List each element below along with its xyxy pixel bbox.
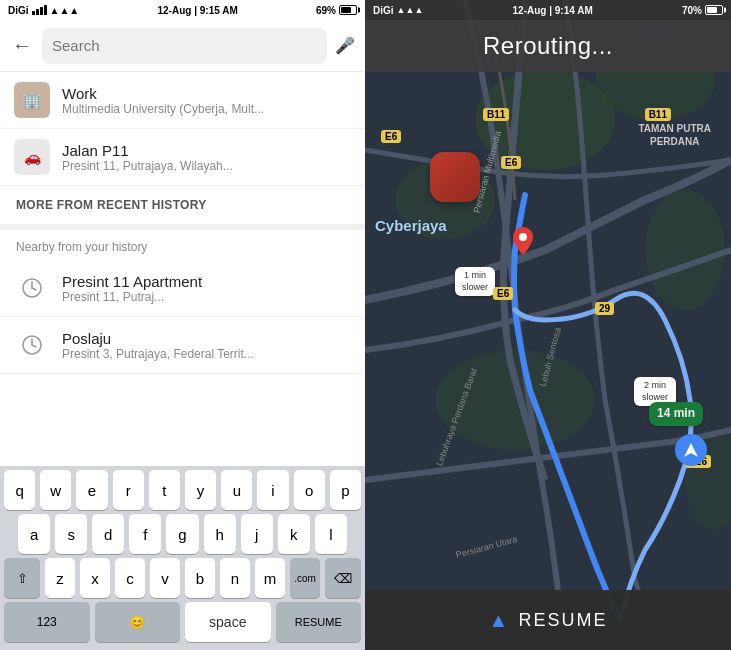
keyboard-row-3: ⇧ z x c v b n m .com ⌫ [0, 554, 365, 598]
key-q[interactable]: q [4, 470, 35, 510]
bubble-2min-text: 2 minslower [642, 380, 668, 402]
left-battery-group: 69% [316, 5, 357, 16]
nav-arrow-button[interactable] [675, 434, 707, 466]
badge-e6-topleft: E6 [381, 130, 401, 143]
key-a[interactable]: a [18, 514, 50, 554]
work-item-text: Work Multimedia University (Cyberja, Mul… [62, 85, 351, 116]
signal-bar-3 [40, 7, 43, 15]
clock-icon-2 [14, 327, 50, 363]
persiaran-utara-label: Persiaran Utara [455, 534, 518, 560]
resume-text: RESUME [518, 610, 607, 631]
nearby-presint11-text: Presint 11 Apartment Presint 11, Putraj.… [62, 273, 351, 304]
key-c[interactable]: c [115, 558, 145, 598]
key-numbers[interactable]: 123 [4, 602, 90, 642]
resume-arrow-icon: ▲ [489, 609, 509, 632]
mic-icon[interactable]: 🎤 [335, 36, 355, 55]
battery-fill-right [707, 7, 717, 13]
key-r[interactable]: r [113, 470, 144, 510]
key-l[interactable]: l [315, 514, 347, 554]
search-input[interactable] [52, 37, 317, 54]
key-i[interactable]: i [257, 470, 288, 510]
map-area: TAMAN PUTRAPERDANA Cyberjaya E6 B11 E6 B… [365, 72, 731, 560]
keyboard-row-1: q w e r t y u i o p [0, 466, 365, 510]
badge-e6-route: E6 [493, 287, 513, 300]
more-history-button[interactable]: MORE FROM RECENT HISTORY [0, 186, 365, 230]
keyboard: q w e r t y u i o p a s d f g h j k l ⇧ … [0, 466, 365, 650]
key-search[interactable]: RESUME [276, 602, 362, 642]
key-emoji[interactable]: 😊 [95, 602, 181, 642]
back-button[interactable]: ← [10, 34, 34, 57]
right-status-left: DiGi ▲▲▲ [373, 5, 423, 16]
battery-pct-left: 69% [316, 5, 336, 16]
key-w[interactable]: w [40, 470, 71, 510]
nearby-presint11-title: Presint 11 Apartment [62, 273, 351, 290]
lebuhraya-label: Lebuhraya Perdana Barat [434, 367, 479, 467]
jalanp11-title: Jalan P11 [62, 142, 351, 159]
taman-putra-label: TAMAN PUTRAPERDANA [638, 122, 711, 148]
app-icon-overlay [430, 152, 480, 202]
key-shift[interactable]: ⇧ [4, 558, 40, 598]
battery-nub-right [724, 8, 726, 13]
right-carrier: DiGi [373, 5, 394, 16]
key-b[interactable]: b [185, 558, 215, 598]
key-h[interactable]: h [204, 514, 236, 554]
key-delete[interactable]: ⌫ [325, 558, 361, 598]
search-bar: ← 🎤 [0, 20, 365, 72]
key-x[interactable]: x [80, 558, 110, 598]
key-g[interactable]: g [166, 514, 198, 554]
lebuh-sentosa-label: Lebuh Sentosa [538, 326, 563, 387]
key-o[interactable]: o [294, 470, 325, 510]
clock-svg-2 [21, 334, 43, 356]
info-bubble-1min: 1 minslower [455, 267, 495, 296]
key-m[interactable]: m [255, 558, 285, 598]
key-space[interactable]: space [185, 602, 271, 642]
key-s[interactable]: s [55, 514, 87, 554]
key-k[interactable]: k [278, 514, 310, 554]
key-n[interactable]: n [220, 558, 250, 598]
signal-bar-1 [32, 11, 35, 15]
nearby-poslaju-title: Poslaju [62, 330, 351, 347]
nearby-item-presint11[interactable]: Presint 11 Apartment Presint 11, Putraj.… [0, 260, 365, 317]
eta-text: 14 min [657, 406, 695, 420]
work-icon: 🏢 [22, 91, 42, 110]
key-u[interactable]: u [221, 470, 252, 510]
key-com[interactable]: .com [290, 558, 320, 598]
nearby-poslaju-subtitle: Presint 3, Putrajaya, Federal Territ... [62, 347, 351, 361]
signal-bar-2 [36, 9, 39, 15]
work-title: Work [62, 85, 351, 102]
nearby-header: Nearby from your history [0, 230, 365, 260]
key-j[interactable]: j [241, 514, 273, 554]
destination-pin [513, 227, 533, 259]
key-t[interactable]: t [149, 470, 180, 510]
resume-bar[interactable]: ▲ RESUME [365, 590, 731, 650]
svg-line-5 [32, 345, 36, 347]
key-y[interactable]: y [185, 470, 216, 510]
right-battery-group: 70% [682, 5, 723, 16]
battery-icon-right [705, 5, 723, 15]
recent-item-work[interactable]: 🏢 Work Multimedia University (Cyberja, M… [0, 72, 365, 129]
key-e[interactable]: e [76, 470, 107, 510]
nearby-presint11-subtitle: Presint 11, Putraj... [62, 290, 351, 304]
time-left: 12-Aug | 9:15 AM [158, 5, 238, 16]
more-history-label: MORE FROM RECENT HISTORY [16, 198, 207, 212]
left-panel: DiGi ▲▲▲ 12-Aug | 9:15 AM 69% ← 🎤 [0, 0, 365, 650]
right-time: 12-Aug | 9:14 AM [513, 5, 593, 16]
right-signal: ▲▲▲ [397, 5, 424, 15]
nearby-item-poslaju[interactable]: Poslaju Presint 3, Putrajaya, Federal Te… [0, 317, 365, 374]
key-d[interactable]: d [92, 514, 124, 554]
pin-svg [513, 227, 533, 255]
battery-fill-left [341, 7, 351, 13]
key-p[interactable]: p [330, 470, 361, 510]
key-f[interactable]: f [129, 514, 161, 554]
status-bar-right: DiGi ▲▲▲ 12-Aug | 9:14 AM 70% [365, 0, 731, 20]
battery-icon-left [339, 5, 357, 15]
svg-line-2 [32, 288, 36, 290]
rerouting-text: Rerouting... [483, 32, 613, 60]
key-z[interactable]: z [45, 558, 75, 598]
badge-e6-center: E6 [501, 156, 521, 169]
recent-item-jalanp11[interactable]: 🚗 Jalan P11 Presint 11, Putrajaya, Wilay… [0, 129, 365, 186]
right-panel: DiGi ▲▲▲ 12-Aug | 9:14 AM 70% Rerouting.… [365, 0, 731, 650]
key-v[interactable]: v [150, 558, 180, 598]
keyboard-row-bottom: 123 😊 space RESUME [0, 598, 365, 650]
search-input-container[interactable] [42, 28, 327, 64]
